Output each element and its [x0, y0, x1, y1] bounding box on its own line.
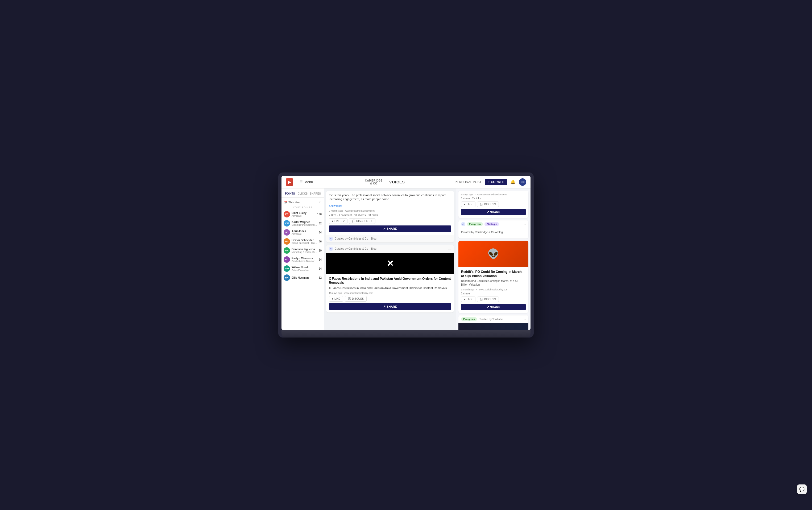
avatar: EE [283, 211, 290, 218]
leader-name: Donovan Figueroa [292, 248, 317, 251]
tag-evergreen: Evergreen [461, 317, 477, 321]
leader-score: 158 [317, 213, 322, 216]
avatar: AJ [283, 229, 290, 235]
leaderboard-item[interactable]: HS Hector Schneider Brand Specialist - D… [281, 237, 324, 246]
brand-name: CAMBRIDGE & CO [365, 179, 383, 185]
menu-button[interactable]: ☰ Menu [297, 179, 315, 185]
show-more-link[interactable]: Show more [329, 204, 342, 207]
share-button[interactable]: ↗ SHARE [461, 304, 526, 310]
share-icon: ↗ [487, 210, 489, 214]
user-avatar[interactable]: EN [519, 178, 526, 186]
card-stats: 1 share · 2 clicks [461, 197, 526, 200]
right-feed-card: C Evergreen Strategic ··· Curated by Cam… [458, 220, 529, 238]
play-button[interactable] [490, 330, 497, 330]
more-options-button[interactable]: ··· [522, 222, 526, 226]
like-button[interactable]: ♥ LIKE · 2 [329, 218, 348, 224]
card-stats: 2 likes · 1 comment · 10 shares · 30 cli… [329, 214, 451, 217]
main-content: POINTS CLICKS SHARES 📅 This Year ▼ [281, 189, 531, 330]
leaderboard-item[interactable]: EC Evelyn Clements Product Area Director… [281, 255, 324, 264]
heart-icon: ♥ [464, 203, 465, 206]
card-actions: ♥ LIKE 💬 DISCUSS [461, 201, 526, 207]
card-meta: 2 months ago · www.socialmediatoday.com [329, 209, 451, 212]
tab-clicks[interactable]: CLICKS [296, 191, 309, 197]
avatar: WN [283, 265, 290, 272]
leaderboard-item[interactable]: AJ April Jones Advocate 64 [281, 228, 324, 237]
tab-shares[interactable]: SHARES [309, 191, 322, 197]
leaderboard-item[interactable]: EE Elliot Eisley Advocate 158 [281, 210, 324, 219]
heart-icon: ♥ [464, 298, 465, 301]
app-logo: ▶ [286, 178, 293, 186]
nav-right: PERSONAL POST + CURATE 🔔 EN [455, 178, 526, 186]
notification-bell-icon[interactable]: 🔔 [510, 179, 516, 185]
right-panel: 9 days ago www.socialmediatoday.com 1 sh… [456, 189, 531, 330]
curator-info: C Evergreen Strategic ··· [458, 220, 529, 228]
discuss-button[interactable]: 💬 DISCUSS [345, 296, 367, 302]
leader-role: Advocate [292, 233, 317, 235]
card-meta: a month ago www.socialmediatoday.com [461, 288, 526, 291]
leaderboard-item[interactable]: KW Karter Wagner Global Brand Communicat… [281, 219, 324, 228]
curator-info: Evergreen Curated by YouTube ··· [458, 315, 529, 323]
discuss-button[interactable]: 💬 DISCUSS · 1 [349, 218, 375, 224]
share-icon: ↗ [487, 305, 489, 309]
leader-role: Global Brand Communications Directo... [292, 224, 317, 226]
leader-role: Advocate [292, 215, 315, 217]
curator-name: Curated by Cambridge & Co – Blog [335, 237, 377, 240]
avatar: KW [283, 220, 290, 227]
leader-name: Karter Wagner [292, 221, 317, 224]
comment-icon: 💬 [348, 297, 351, 300]
heart-icon: ♥ [332, 297, 333, 300]
menu-label: Menu [304, 180, 313, 184]
leaderboard-sidebar: POINTS CLICKS SHARES 📅 This Year ▼ [281, 189, 324, 330]
like-button[interactable]: ♥ LIKE [461, 296, 476, 302]
curate-button[interactable]: + CURATE [485, 179, 507, 185]
x-logo-icon: ✕ [387, 258, 394, 268]
share-button[interactable]: ↗ SHARE [329, 303, 451, 310]
leader-score: 12 [319, 276, 322, 279]
more-options-button[interactable]: ··· [448, 247, 451, 251]
more-options-button[interactable]: ··· [522, 317, 526, 321]
discuss-button[interactable]: 💬 DISCUSS [477, 201, 499, 207]
card-actions: ♥ LIKE 💬 DISCUSS [329, 296, 451, 302]
leader-score: 24 [319, 267, 322, 270]
card-title: Reddit's IPO Could Be Coming in March, a… [461, 270, 526, 278]
personal-post-link[interactable]: PERSONAL POST [455, 180, 482, 184]
nav-center: CAMBRIDGE & CO VOICES [315, 179, 455, 185]
leader-role: Marketing Director, Digital [292, 251, 317, 253]
date-filter-label: This Year [289, 201, 301, 204]
tag-strategic: Strategic [484, 222, 499, 226]
card-image-x: ✕ [326, 253, 454, 274]
chat-button[interactable]: 💬 [797, 484, 807, 494]
like-button[interactable]: ♥ LIKE [329, 296, 343, 302]
comment-icon: 💬 [480, 203, 483, 206]
leader-name: Ellis Newman [292, 276, 317, 279]
leader-score: 46 [319, 240, 322, 243]
curator-logo: C [461, 222, 465, 226]
avatar: EC [283, 256, 290, 263]
curator-info: C Curated by Cambridge & Co – Blog ··· [326, 235, 454, 243]
share-button[interactable]: ↗ SHARE [329, 225, 451, 232]
date-filter[interactable]: 📅 This Year ▼ [281, 200, 324, 205]
heart-icon: ♥ [332, 220, 333, 223]
calendar-icon: 📅 [284, 201, 287, 204]
card-meta: 15 days ago · www.socialmediatoday.com [329, 292, 451, 294]
feed-card: C Curated by Cambridge & Co – Blog ··· ✕… [326, 245, 454, 313]
right-feed-card: Evergreen Curated by YouTube ··· ↗ What … [458, 315, 529, 330]
leader-role: Brand Specialist - Digital Direct B... [292, 242, 317, 244]
leaderboard-item[interactable]: EN Ellis Newman 12 [281, 273, 324, 282]
points-section-label: YOUR POINTS [281, 205, 324, 210]
like-button[interactable]: ♥ LIKE [461, 201, 476, 207]
more-options-button[interactable]: ··· [448, 237, 451, 241]
right-feed-card: 👽 Reddit's IPO Could Be Coming in March,… [458, 240, 529, 313]
leaderboard-item[interactable]: WN Willow Novak Sales Executive 24 [281, 264, 324, 273]
reddit-icon: 👽 [487, 248, 500, 259]
hamburger-icon: ☰ [300, 180, 303, 184]
leader-role: Product Area Director - Price Optim... [292, 260, 317, 262]
leader-name: Elliot Eisley [292, 211, 315, 215]
discuss-button[interactable]: 💬 DISCUSS [477, 296, 499, 302]
tab-points[interactable]: POINTS [283, 191, 296, 197]
logo-icon: ▶ [286, 178, 293, 186]
share-icon: ↗ [383, 227, 386, 230]
leaderboard-item[interactable]: DF Donovan Figueroa Marketing Director, … [281, 246, 324, 255]
share-button[interactable]: ↗ SHARE [461, 209, 526, 215]
curator-info: C Curated by Cambridge & Co – Blog ··· [326, 245, 454, 253]
